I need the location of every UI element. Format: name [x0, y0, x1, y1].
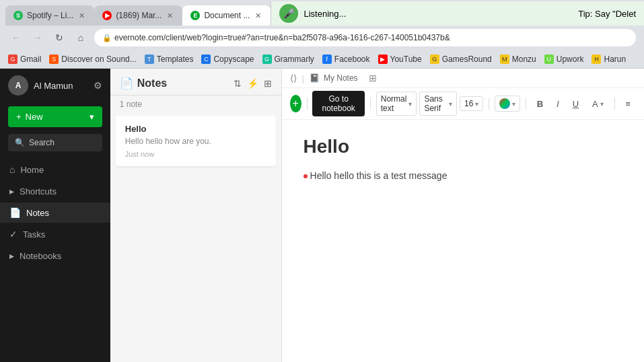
back-button[interactable]: ← — [8, 30, 24, 46]
format-size-dropdown[interactable]: 16 ▾ — [460, 96, 483, 111]
notes-list-panel: 📄 Notes ⇅ ⚡ ⊞ 1 note Hello Hello hello h… — [110, 69, 282, 362]
tab-close-spotify[interactable]: ✕ — [77, 10, 86, 22]
bookmark-label-gmail: Gmail — [20, 55, 41, 64]
sidebar-item-shortcuts[interactable]: ▸ Shortcuts — [0, 181, 110, 201]
sort-icon[interactable]: ⇅ — [234, 78, 242, 89]
note-body-text: Hello hello this is a test message — [310, 170, 448, 181]
editor-content[interactable]: Hello Hello hello this is a test message — [282, 120, 644, 362]
filter-icon[interactable]: ⚡ — [247, 78, 258, 89]
bookmark-templates[interactable]: T Templates — [145, 55, 194, 64]
bookmark-favicon-upwork: U — [544, 55, 554, 64]
breadcrumb-notebook: My Notes — [324, 73, 358, 83]
bookmark-favicon-facebook: f — [322, 55, 332, 64]
color-picker-chevron-icon: ▾ — [512, 100, 515, 108]
italic-button[interactable]: I — [551, 96, 565, 112]
bookmark-facebook[interactable]: f Facebook — [322, 55, 370, 64]
bookmark-label-monzu: Monzu — [512, 55, 536, 64]
format-style-chevron-icon: ▾ — [408, 100, 412, 108]
app: A Al Mamun ⚙ + New ▾ 🔍 Search ⌂ Home ▸ S… — [0, 69, 644, 362]
notebooks-chevron-icon: ▸ — [9, 250, 14, 261]
note-item[interactable]: Hello Hello hello how are you. Just now — [116, 116, 276, 167]
address-text: evernote.com/client/web?login=true#?an=t… — [114, 33, 450, 42]
sidebar-item-notebooks[interactable]: ▸ Notebooks — [0, 246, 110, 266]
shortcuts-chevron-icon: ▸ — [9, 186, 14, 196]
bookmark-gamesround[interactable]: G GamesRound — [430, 55, 492, 64]
format-size-text: 16 — [464, 99, 473, 108]
tab-favicon-youtube: ▶ — [102, 11, 112, 20]
bookmark-harun[interactable]: H Harun — [592, 55, 626, 64]
tab-close-youtube[interactable]: ✕ — [166, 10, 174, 22]
bookmark-favicon-templates: T — [145, 55, 154, 64]
toolbar-separator-5 — [614, 98, 615, 110]
search-button[interactable]: 🔍 Search — [8, 134, 102, 151]
tab-close-document[interactable]: ✕ — [254, 10, 262, 22]
notes-count: 1 note — [110, 96, 281, 113]
bookmark-label-grammarly: Grammarly — [275, 55, 314, 64]
forward-button[interactable]: → — [30, 30, 46, 46]
bookmark-favicon-soundcloud: S — [49, 55, 59, 64]
tab-favicon-spotify: S — [13, 11, 23, 20]
bookmark-grammarly[interactable]: G Grammarly — [262, 55, 314, 64]
sidebar-item-label-notebooks: Notebooks — [20, 251, 61, 261]
go-to-notebook-label: Go to notebook — [322, 94, 355, 113]
sidebar-item-home[interactable]: ⌂ Home — [0, 159, 110, 180]
format-size-chevron-icon: ▾ — [475, 100, 478, 108]
editor-top-bar: ⟨⟩ | 📓 My Notes ⊞ — [282, 69, 644, 88]
notes-title-icon: 📄 — [120, 77, 133, 89]
reload-button[interactable]: ↻ — [51, 30, 67, 46]
go-to-notebook-button[interactable]: Go to notebook — [312, 91, 365, 116]
bookmarks-bar: G Gmail S Discover on Sound... T Templat… — [0, 50, 644, 69]
toolbar-separator-4 — [526, 98, 526, 110]
list-button[interactable]: ≡ — [620, 96, 636, 112]
tab-spotify[interactable]: S Spotify – Li... ✕ — [5, 5, 94, 26]
bookmark-gmail[interactable]: G Gmail — [8, 55, 41, 64]
editor-expand-icon[interactable]: ⟨⟩ — [290, 73, 297, 83]
new-button[interactable]: + New ▾ — [8, 106, 102, 127]
listening-area: 🎤 Listening... Tip: Say "Delet — [271, 1, 644, 26]
user-row: A Al Mamun ⚙ — [0, 69, 110, 102]
add-content-button[interactable]: + — [290, 95, 301, 112]
notebook-icon: 📓 — [310, 73, 320, 83]
home-button[interactable]: ⌂ — [73, 30, 89, 46]
notes-icon: 📄 — [9, 207, 21, 218]
bookmark-copyscape[interactable]: C Copyscape — [201, 55, 254, 64]
sidebar-item-label-shortcuts: Shortcuts — [20, 186, 57, 196]
sidebar-item-tasks[interactable]: ✓ Tasks — [0, 224, 110, 244]
sidebar: A Al Mamun ⚙ + New ▾ 🔍 Search ⌂ Home ▸ S… — [0, 69, 110, 362]
bookmark-upwork[interactable]: U Upwork — [544, 55, 584, 64]
underline-label: U — [573, 99, 579, 109]
bookmark-youtube[interactable]: ▶ YouTube — [378, 55, 422, 64]
list-icon: ≡ — [625, 99, 631, 109]
note-item-title: Hello — [125, 124, 266, 134]
note-item-time: Just now — [125, 150, 266, 158]
format-style-dropdown[interactable]: Normal text ▾ — [376, 92, 417, 116]
bookmark-favicon-monzu: M — [500, 55, 509, 64]
address-bar[interactable]: 🔒 evernote.com/client/web?login=true#?an… — [94, 29, 636, 46]
tab-document[interactable]: E Document ... ✕ — [182, 5, 271, 26]
note-item-preview: Hello hello how are you. — [125, 137, 266, 146]
breadcrumb: 📓 My Notes — [310, 73, 358, 83]
editor-actions-icon[interactable]: ⊞ — [369, 73, 377, 83]
bookmark-monzu[interactable]: M Monzu — [500, 55, 536, 64]
toolbar-separator-2 — [370, 98, 371, 110]
lock-icon: 🔒 — [102, 34, 112, 42]
gear-icon[interactable]: ⚙ — [94, 80, 102, 91]
tab-title-spotify: Spotify – Li... — [27, 11, 73, 20]
note-body: Hello hello this is a test message — [303, 168, 622, 183]
bookmark-favicon-copyscape: C — [201, 55, 211, 64]
notes-title-text: Notes — [137, 77, 167, 89]
color-picker-dropdown[interactable]: ▾ — [495, 96, 520, 112]
underline-button[interactable]: U — [567, 96, 584, 112]
notes-list-header: 📄 Notes ⇅ ⚡ ⊞ — [110, 69, 281, 96]
grid-icon[interactable]: ⊞ — [264, 78, 272, 89]
format-font-dropdown[interactable]: Sans Serif ▾ — [419, 92, 457, 116]
text-highlight-button[interactable]: A ▾ — [587, 96, 609, 112]
sidebar-item-notes[interactable]: 📄 Notes — [0, 203, 110, 223]
tab-youtube[interactable]: ▶ (1869) Mar... ✕ — [94, 5, 182, 26]
bookmark-label-facebook: Facebook — [334, 55, 370, 64]
bookmark-soundcloud[interactable]: S Discover on Sound... — [49, 55, 136, 64]
bookmark-label-harun: Harun — [604, 55, 626, 64]
bold-button[interactable]: B — [532, 96, 548, 112]
bookmark-favicon-harun: H — [592, 55, 601, 64]
tip-text: Tip: Say "Delet — [578, 9, 636, 19]
